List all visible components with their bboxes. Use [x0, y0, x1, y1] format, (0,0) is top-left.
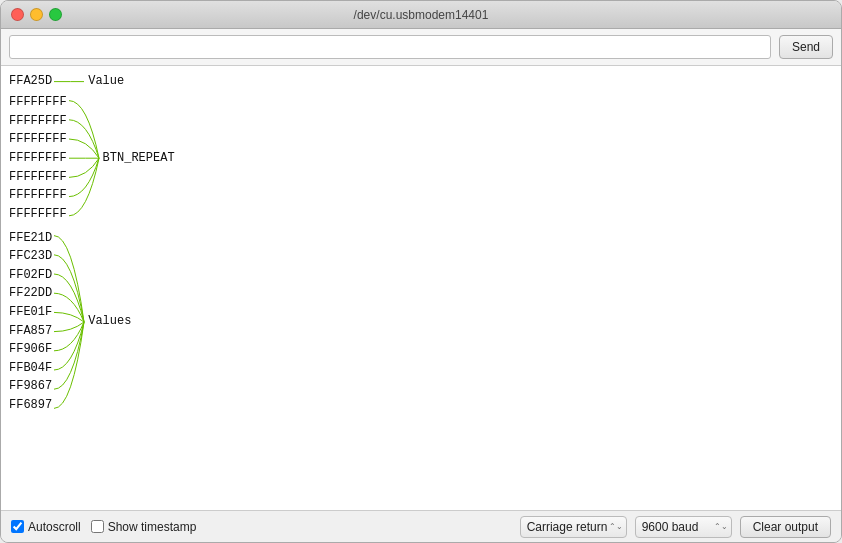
brace-icon — [54, 226, 84, 418]
output-group: FFA25DValue — [9, 72, 833, 91]
output-line: FFFFFFFF — [9, 149, 67, 168]
output-line: FFE01F — [9, 303, 52, 322]
carriage-return-select[interactable]: Carriage return Newline Both NL & CR No … — [520, 516, 627, 538]
output-area: FFA25DValueFFFFFFFFFFFFFFFFFFFFFFFFFFFFF… — [1, 66, 841, 510]
output-line: FFFFFFFF — [9, 130, 67, 149]
brace-icon — [54, 72, 84, 91]
output-line: FFC23D — [9, 247, 52, 266]
autoscroll-label[interactable]: Autoscroll — [11, 520, 81, 534]
output-group-lines: FFFFFFFFFFFFFFFFFFFFFFFFFFFFFFFFFFFFFFFF… — [9, 93, 67, 223]
output-line: FFFFFFFF — [9, 168, 67, 187]
close-button[interactable] — [11, 8, 24, 21]
show-timestamp-checkbox[interactable] — [91, 520, 104, 533]
output-line: FFFFFFFF — [9, 93, 67, 112]
toolbar: Send — [1, 29, 841, 66]
output-line: FFB04F — [9, 359, 52, 378]
output-group: FFFFFFFFFFFFFFFFFFFFFFFFFFFFFFFFFFFFFFFF… — [9, 91, 833, 225]
baud-rate-wrapper: 300 baud 1200 baud 2400 baud 4800 baud 9… — [635, 516, 732, 538]
output-line: FFFFFFFF — [9, 205, 67, 224]
output-line: FF02FD — [9, 266, 52, 285]
maximize-button[interactable] — [49, 8, 62, 21]
show-timestamp-text: Show timestamp — [108, 520, 197, 534]
output-group-label: Value — [88, 72, 124, 91]
baud-rate-select[interactable]: 300 baud 1200 baud 2400 baud 4800 baud 9… — [635, 516, 732, 538]
window-controls — [11, 8, 62, 21]
output-line: FFA857 — [9, 322, 52, 341]
autoscroll-text: Autoscroll — [28, 520, 81, 534]
output-lines: FFA25DValueFFFFFFFFFFFFFFFFFFFFFFFFFFFFF… — [9, 72, 833, 418]
brace-icon — [69, 91, 99, 225]
send-button[interactable]: Send — [779, 35, 833, 59]
autoscroll-checkbox[interactable] — [11, 520, 24, 533]
output-line: FF906F — [9, 340, 52, 359]
output-line: FFE21D — [9, 229, 52, 248]
show-timestamp-label[interactable]: Show timestamp — [91, 520, 197, 534]
serial-input[interactable] — [9, 35, 771, 59]
status-bar: Autoscroll Show timestamp Carriage retur… — [1, 510, 841, 542]
output-line: FF6897 — [9, 396, 52, 415]
output-group: FFE21DFFC23DFF02FDFF22DDFFE01FFFA857FF90… — [9, 226, 833, 418]
minimize-button[interactable] — [30, 8, 43, 21]
output-group-label: Values — [88, 312, 131, 331]
title-bar: /dev/cu.usbmodem14401 — [1, 1, 841, 29]
carriage-return-wrapper: Carriage return Newline Both NL & CR No … — [520, 516, 627, 538]
output-line: FFFFFFFF — [9, 112, 67, 131]
output-group-label: BTN_REPEAT — [103, 149, 175, 168]
clear-output-button[interactable]: Clear output — [740, 516, 831, 538]
output-line: FF22DD — [9, 284, 52, 303]
output-group-lines: FFA25D — [9, 72, 52, 91]
status-left: Autoscroll Show timestamp — [11, 520, 196, 534]
output-line: FFA25D — [9, 72, 52, 91]
window-title: /dev/cu.usbmodem14401 — [354, 8, 489, 22]
output-line: FF9867 — [9, 377, 52, 396]
output-line: FFFFFFFF — [9, 186, 67, 205]
output-group-lines: FFE21DFFC23DFF02FDFF22DDFFE01FFFA857FF90… — [9, 229, 52, 415]
status-right: Carriage return Newline Both NL & CR No … — [520, 516, 831, 538]
